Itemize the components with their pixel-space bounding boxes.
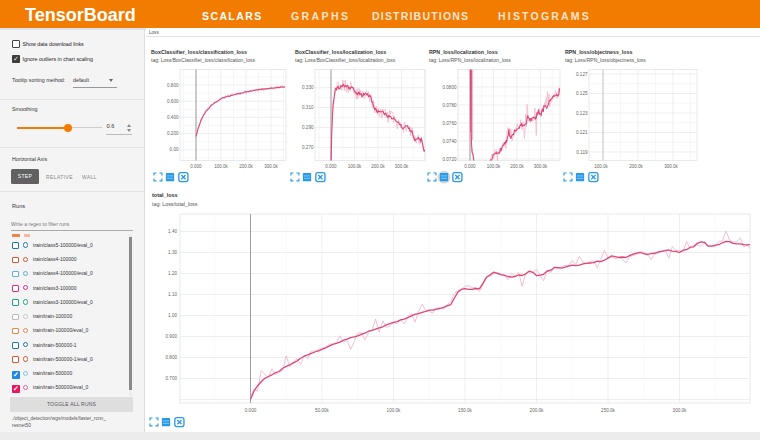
svg-text:300.0k: 300.0k	[264, 164, 278, 169]
svg-text:0.0800: 0.0800	[442, 85, 456, 90]
svg-text:tag: Loss/BoxClassifier_loss/c: tag: Loss/BoxClassifier_loss/classificat…	[151, 57, 255, 63]
svg-text:300.0k: 300.0k	[534, 164, 548, 169]
svg-text:100.0k: 100.0k	[348, 164, 362, 169]
svg-text:100.0k: 100.0k	[487, 164, 501, 169]
svg-text:300.0k: 300.0k	[673, 408, 687, 413]
svg-text:100.0k: 100.0k	[594, 164, 608, 169]
svg-text:1.10: 1.10	[168, 292, 177, 297]
svg-text:1.30: 1.30	[168, 250, 177, 255]
svg-text:0.0780: 0.0780	[442, 103, 456, 108]
svg-text:0.270: 0.270	[302, 145, 314, 150]
svg-text:tag: Loss/total_loss: tag: Loss/total_loss	[152, 201, 198, 207]
svg-text:0.000: 0.000	[190, 164, 202, 169]
svg-text:tag: Loss/RPN_loss/objectness_: tag: Loss/RPN_loss/objectness_loss	[565, 57, 646, 63]
svg-text:tag: Loss/BoxClassifier_loss/l: tag: Loss/BoxClassifier_loss/localizatio…	[295, 57, 396, 63]
svg-text:0.800: 0.800	[166, 355, 178, 360]
svg-text:150.0k: 150.0k	[458, 408, 472, 413]
svg-text:200.0k: 200.0k	[629, 164, 643, 169]
svg-text:0.600: 0.600	[167, 99, 179, 104]
svg-text:0.123: 0.123	[576, 111, 588, 116]
svg-text:0.00: 0.00	[170, 147, 179, 152]
svg-text:300.0k: 300.0k	[664, 164, 678, 169]
svg-text:1.20: 1.20	[168, 271, 177, 276]
svg-text:200.0k: 200.0k	[510, 164, 524, 169]
svg-text:0.200: 0.200	[167, 131, 179, 136]
svg-text:0.310: 0.310	[302, 105, 314, 110]
svg-text:0.800: 0.800	[167, 83, 179, 88]
svg-text:0.900: 0.900	[166, 334, 178, 339]
svg-text:0.125: 0.125	[576, 91, 588, 96]
svg-text:200.0k: 200.0k	[371, 164, 385, 169]
svg-text:0.330: 0.330	[302, 85, 314, 90]
svg-text:RPN_loss/objectness_loss: RPN_loss/objectness_loss	[565, 49, 632, 55]
svg-text:200.0k: 200.0k	[530, 408, 544, 413]
svg-text:0.0740: 0.0740	[442, 139, 456, 144]
svg-text:100.0k: 100.0k	[387, 408, 401, 413]
svg-text:0.290: 0.290	[302, 125, 314, 130]
svg-text:200.0k: 200.0k	[239, 164, 253, 169]
svg-text:total_loss: total_loss	[152, 192, 178, 198]
svg-text:300.0k: 300.0k	[395, 164, 409, 169]
svg-text:RPN_loss/localization_loss: RPN_loss/localization_loss	[429, 49, 498, 55]
svg-text:1.40: 1.40	[168, 229, 177, 234]
svg-text:0.0760: 0.0760	[442, 121, 456, 126]
svg-text:0.0720: 0.0720	[442, 157, 456, 162]
svg-text:0.119: 0.119	[576, 150, 588, 155]
svg-text:BoxClassifier_loss/localizatio: BoxClassifier_loss/localization_loss	[295, 49, 386, 55]
svg-text:BoxClassifier_loss/classificat: BoxClassifier_loss/classification_loss	[151, 49, 247, 55]
svg-text:0.000: 0.000	[245, 408, 257, 413]
svg-text:0.121: 0.121	[576, 130, 588, 135]
svg-text:50.00k: 50.00k	[315, 408, 329, 413]
svg-text:100.0k: 100.0k	[214, 164, 228, 169]
svg-text:0.700: 0.700	[166, 376, 178, 381]
svg-text:250.0k: 250.0k	[601, 408, 615, 413]
svg-text:0.000: 0.000	[325, 164, 337, 169]
svg-text:tag: Loss/RPN_loss/localizatio: tag: Loss/RPN_loss/localization_loss	[429, 57, 511, 63]
svg-text:0.127: 0.127	[576, 72, 588, 77]
svg-text:0.400: 0.400	[167, 115, 179, 120]
svg-text:0.000: 0.000	[464, 164, 476, 169]
svg-text:1.00: 1.00	[168, 313, 177, 318]
